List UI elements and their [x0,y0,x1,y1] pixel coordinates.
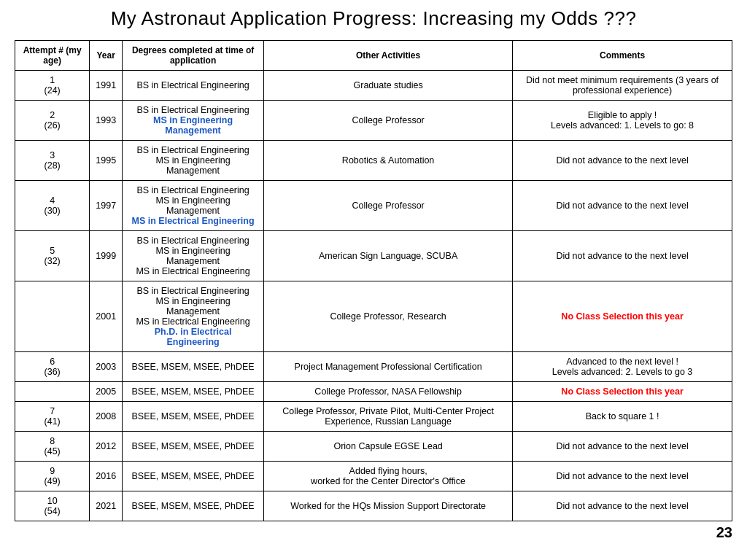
cell-activities: Orion Capsule EGSE Lead [264,432,513,462]
cell-comments: Did not meet minimum requirements (3 yea… [513,71,732,101]
cell-attempt: 8 (45) [15,432,90,462]
cell-activities: College Professor [264,101,513,141]
cell-year: 2001 [90,281,123,352]
cell-activities: Worked for the HQs Mission Support Direc… [264,491,513,521]
cell-degrees: BS in Electrical EngineeringMS in Engine… [123,101,264,141]
cell-year: 2008 [90,402,123,432]
cell-activities: Robotics & Automation [264,141,513,181]
cell-attempt: 3 (28) [15,141,90,181]
cell-attempt: 4 (30) [15,181,90,231]
cell-comments: Did not advance to the next level [513,181,732,231]
cell-attempt: 5 (32) [15,231,90,281]
table-row: 5 (32)1999BS in Electrical EngineeringMS… [15,231,732,281]
cell-year: 1995 [90,141,123,181]
table-row: 1 (24)1991BS in Electrical EngineeringGr… [15,71,732,101]
col-header-attempt: Attempt # (my age) [15,41,90,71]
cell-attempt [15,382,90,402]
cell-year: 2005 [90,382,123,402]
cell-comments: Did not advance to the next level [513,141,732,181]
cell-comments: Did not advance to the next level [513,462,732,491]
cell-activities: American Sign Language, SCUBA [264,231,513,281]
cell-degrees: BS in Electrical Engineering [123,71,264,101]
cell-degrees: BSEE, MSEM, MSEE, PhDEE [123,352,264,382]
progress-table: Attempt # (my age) Year Degrees complete… [15,40,732,521]
cell-activities: Project Management Professional Certific… [264,352,513,382]
cell-attempt: 1 (24) [15,71,90,101]
cell-attempt: 6 (36) [15,352,90,382]
table-row: 4 (30)1997BS in Electrical EngineeringMS… [15,181,732,231]
table-row: 2001BS in Electrical EngineeringMS in En… [15,281,732,352]
cell-comments: No Class Selection this year [513,382,732,402]
cell-degrees: BS in Electrical EngineeringMS in Engine… [123,281,264,352]
table-row: 10 (54)2021BSEE, MSEM, MSEE, PhDEEWorked… [15,491,732,521]
cell-comments: Back to square 1 ! [513,402,732,432]
cell-year: 2003 [90,352,123,382]
cell-year: 1999 [90,231,123,281]
table-row: 9 (49)2016BSEE, MSEM, MSEE, PhDEEAdded f… [15,462,732,491]
cell-activities: Added flying hours, worked for the Cente… [264,462,513,491]
cell-year: 2012 [90,432,123,462]
table-row: 8 (45)2012BSEE, MSEM, MSEE, PhDEEOrion C… [15,432,732,462]
cell-degrees: BSEE, MSEM, MSEE, PhDEE [123,402,264,432]
cell-comments: Did not advance to the next level [513,231,732,281]
cell-comments: No Class Selection this year [513,281,732,352]
page-title: My Astronaut Application Progress: Incre… [15,7,732,30]
cell-comments: Did not advance to the next level [513,432,732,462]
cell-year: 2016 [90,462,123,491]
table-row: 2005BSEE, MSEM, MSEE, PhDEECollege Profe… [15,382,732,402]
col-header-comments: Comments [513,41,732,71]
cell-degrees: BSEE, MSEM, MSEE, PhDEE [123,491,264,521]
page-number: 23 [15,524,732,541]
table-row: 6 (36)2003BSEE, MSEM, MSEE, PhDEEProject… [15,352,732,382]
cell-activities: College Professor, Private Pilot, Multi-… [264,402,513,432]
cell-degrees: BS in Electrical EngineeringMS in Engine… [123,141,264,181]
cell-activities: Graduate studies [264,71,513,101]
cell-year: 1991 [90,71,123,101]
cell-degrees: BSEE, MSEM, MSEE, PhDEE [123,462,264,491]
cell-attempt: 2 (26) [15,101,90,141]
col-header-year: Year [90,41,123,71]
col-header-degrees: Degrees completed at time of application [123,41,264,71]
cell-comments: Advanced to the next level ! Levels adva… [513,352,732,382]
cell-year: 1993 [90,101,123,141]
table-row: 7 (41)2008BSEE, MSEM, MSEE, PhDEECollege… [15,402,732,432]
cell-degrees: BS in Electrical EngineeringMS in Engine… [123,231,264,281]
cell-year: 1997 [90,181,123,231]
cell-attempt [15,281,90,352]
cell-comments: Eligible to apply ! Levels advanced: 1. … [513,101,732,141]
col-header-activities: Other Activities [264,41,513,71]
cell-year: 2021 [90,491,123,521]
cell-attempt: 9 (49) [15,462,90,491]
cell-degrees: BSEE, MSEM, MSEE, PhDEE [123,382,264,402]
cell-degrees: BS in Electrical EngineeringMS in Engine… [123,181,264,231]
cell-attempt: 7 (41) [15,402,90,432]
table-row: 2 (26)1993BS in Electrical EngineeringMS… [15,101,732,141]
table-row: 3 (28)1995BS in Electrical EngineeringMS… [15,141,732,181]
cell-attempt: 10 (54) [15,491,90,521]
cell-activities: College Professor, NASA Fellowship [264,382,513,402]
cell-activities: College Professor [264,181,513,231]
cell-activities: College Professor, Research [264,281,513,352]
cell-comments: Did not advance to the next level [513,491,732,521]
cell-degrees: BSEE, MSEM, MSEE, PhDEE [123,432,264,462]
